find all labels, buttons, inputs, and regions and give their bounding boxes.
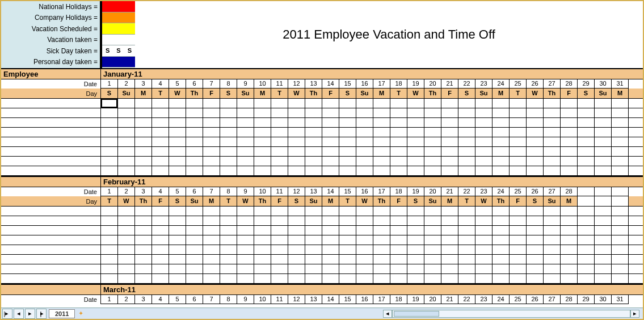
tab-nav-prev[interactable]: ◂ — [14, 309, 24, 319]
calendar-cell[interactable] — [458, 118, 475, 127]
calendar-cell[interactable] — [527, 264, 544, 273]
calendar-cell[interactable] — [510, 118, 527, 127]
calendar-cell[interactable] — [612, 274, 629, 283]
calendar-cell[interactable] — [237, 264, 254, 273]
calendar-cell[interactable] — [390, 128, 407, 137]
calendar-cell[interactable] — [237, 274, 254, 283]
calendar-cell[interactable] — [322, 235, 339, 245]
calendar-cell[interactable] — [186, 108, 203, 117]
employee-name-cell[interactable] — [1, 118, 101, 127]
calendar-cell[interactable] — [288, 255, 305, 264]
calendar-cell[interactable] — [237, 118, 254, 127]
calendar-cell[interactable] — [441, 264, 458, 273]
calendar-cell[interactable] — [390, 157, 407, 166]
calendar-cell[interactable] — [424, 235, 441, 245]
calendar-cell[interactable] — [305, 137, 322, 146]
calendar-cell[interactable] — [612, 137, 629, 146]
calendar-cell[interactable] — [339, 235, 356, 245]
calendar-cell[interactable] — [493, 99, 510, 108]
calendar-cell[interactable] — [441, 166, 458, 175]
calendar-cell[interactable] — [118, 166, 135, 175]
calendar-cell[interactable] — [305, 235, 322, 245]
calendar-cell[interactable] — [493, 108, 510, 117]
calendar-cell[interactable] — [475, 216, 493, 225]
calendar-cell[interactable] — [612, 166, 629, 175]
calendar-cell[interactable] — [373, 118, 390, 127]
calendar-cell[interactable] — [510, 255, 527, 264]
calendar-cell[interactable] — [271, 235, 288, 245]
calendar-cell[interactable] — [493, 274, 510, 283]
calendar-cell[interactable] — [220, 216, 237, 225]
calendar-cell[interactable] — [578, 99, 595, 108]
calendar-cell[interactable] — [152, 99, 169, 108]
calendar-cell[interactable] — [612, 147, 629, 156]
employee-name-cell[interactable] — [1, 264, 101, 273]
calendar-cell[interactable] — [237, 108, 254, 117]
calendar-cell[interactable] — [578, 264, 595, 273]
calendar-cell[interactable] — [612, 235, 629, 245]
calendar-cell[interactable] — [186, 226, 203, 235]
calendar-cell[interactable] — [254, 264, 271, 273]
calendar-cell[interactable] — [407, 166, 424, 175]
calendar-cell[interactable] — [424, 255, 441, 264]
calendar-cell[interactable] — [561, 128, 578, 137]
calendar-cell[interactable] — [237, 216, 254, 225]
calendar-cell[interactable] — [510, 264, 527, 273]
calendar-cell[interactable] — [373, 255, 390, 264]
calendar-cell[interactable] — [288, 264, 305, 273]
calendar-cell[interactable] — [356, 157, 373, 166]
calendar-cell[interactable] — [510, 226, 527, 235]
calendar-cell[interactable] — [493, 118, 510, 127]
calendar-cell[interactable] — [237, 245, 254, 254]
calendar-cell[interactable] — [135, 255, 152, 264]
calendar-cell[interactable] — [441, 216, 458, 225]
calendar-cell[interactable] — [118, 245, 135, 254]
calendar-cell[interactable] — [356, 245, 373, 254]
calendar-cell[interactable] — [254, 99, 271, 108]
calendar-cell[interactable] — [118, 226, 135, 235]
calendar-cell[interactable] — [544, 255, 561, 264]
calendar-cell[interactable] — [373, 99, 390, 108]
calendar-cell[interactable] — [101, 255, 118, 264]
calendar-cell[interactable] — [305, 147, 322, 156]
calendar-cell[interactable] — [254, 137, 271, 146]
calendar-cell[interactable] — [135, 245, 152, 254]
calendar-cell[interactable] — [220, 166, 237, 175]
calendar-cell[interactable] — [390, 108, 407, 117]
calendar-cell[interactable] — [237, 137, 254, 146]
calendar-cell[interactable] — [220, 128, 237, 137]
calendar-cell[interactable] — [322, 274, 339, 283]
calendar-cell[interactable] — [561, 274, 578, 283]
calendar-cell[interactable] — [458, 137, 475, 146]
calendar-cell[interactable] — [356, 207, 373, 216]
calendar-cell[interactable] — [135, 128, 152, 137]
calendar-cell[interactable] — [169, 137, 186, 146]
calendar-cell[interactable] — [135, 147, 152, 156]
calendar-cell[interactable] — [441, 274, 458, 283]
calendar-cell[interactable] — [288, 147, 305, 156]
calendar-cell[interactable] — [356, 255, 373, 264]
calendar-cell[interactable] — [493, 235, 510, 245]
calendar-cell[interactable] — [186, 245, 203, 254]
calendar-cell[interactable] — [339, 118, 356, 127]
tab-nav-next[interactable]: ▸ — [25, 309, 35, 319]
calendar-cell[interactable] — [595, 274, 612, 283]
calendar-cell[interactable] — [424, 157, 441, 166]
calendar-cell[interactable] — [152, 255, 169, 264]
calendar-cell[interactable] — [595, 137, 612, 146]
calendar-cell[interactable] — [510, 216, 527, 225]
calendar-cell[interactable] — [527, 255, 544, 264]
calendar-cell[interactable] — [118, 99, 135, 108]
calendar-cell[interactable] — [186, 166, 203, 175]
calendar-cell[interactable] — [288, 216, 305, 225]
calendar-cell[interactable] — [339, 264, 356, 273]
calendar-cell[interactable] — [595, 255, 612, 264]
calendar-cell[interactable] — [254, 226, 271, 235]
calendar-cell[interactable] — [441, 99, 458, 108]
calendar-cell[interactable] — [271, 264, 288, 273]
calendar-cell[interactable] — [578, 166, 595, 175]
calendar-cell[interactable] — [493, 264, 510, 273]
calendar-cell[interactable] — [493, 157, 510, 166]
calendar-cell[interactable] — [561, 216, 578, 225]
calendar-cell[interactable] — [254, 235, 271, 245]
